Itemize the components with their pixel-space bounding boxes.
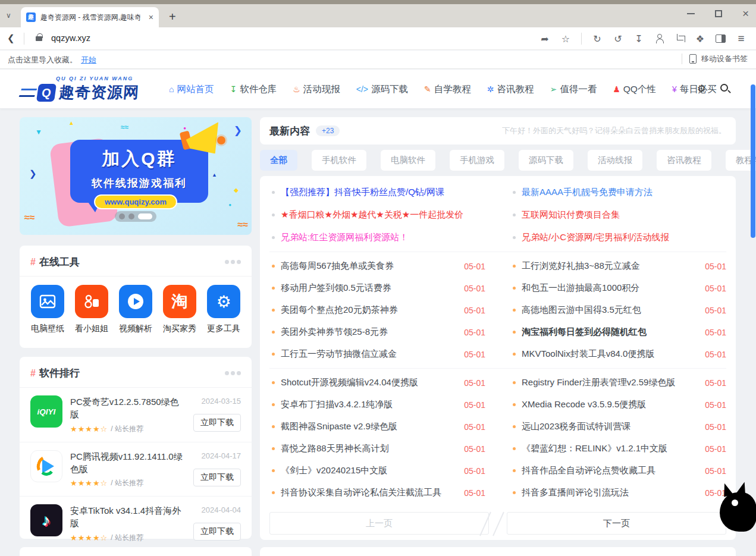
news-item[interactable]: 《碧蓝幻想：RELINK》v1.2.1中文版 05-01 bbox=[510, 438, 726, 460]
carousel-dots[interactable] bbox=[115, 211, 156, 222]
news-item[interactable]: 抖音作品全自动评论点赞收藏工具 05-01 bbox=[510, 460, 726, 482]
download-now-button[interactable]: 立即下载 bbox=[193, 469, 241, 486]
news-title[interactable]: 抖音多直播间评论引流玩法 bbox=[522, 487, 698, 498]
tool-girls[interactable]: 看小姐姐 bbox=[73, 285, 110, 334]
news-item[interactable]: Registry Finder注册表管理v2.59绿色版 05-01 bbox=[510, 372, 726, 394]
news-item[interactable]: 喜悦之路88天男神长高计划 05-01 bbox=[269, 438, 485, 460]
news-item[interactable]: 远山2023税务面试特训营课 05-01 bbox=[510, 416, 726, 438]
mobile-bookmarks-button[interactable]: 移动设备书签 bbox=[701, 54, 748, 64]
news-item[interactable]: 美团外卖神券节领25-8元券 05-01 bbox=[269, 321, 485, 343]
news-title[interactable]: 高德地图云游中国得3.5元红包 bbox=[522, 304, 698, 316]
browser-tab[interactable]: 趣 趣奇资源网 - 残雪资源网,趣味奇 × bbox=[21, 7, 159, 27]
news-item[interactable]: 淘宝福利每日签到必得随机红包 05-01 bbox=[510, 321, 726, 343]
news-item[interactable]: 《剑士》v20240215中文版 05-01 bbox=[269, 460, 485, 482]
next-page-button[interactable]: 下一页 bbox=[507, 512, 726, 535]
news-item[interactable]: Shotcut开源视频编辑v24.04便携版 05-01 bbox=[269, 372, 485, 394]
nav-item[interactable]: ¥ 每日必买 bbox=[672, 83, 717, 96]
software-title[interactable]: 安卓TikTok v34.1.4抖音海外版 bbox=[70, 504, 187, 530]
carousel-dot[interactable] bbox=[119, 213, 125, 219]
close-window-button[interactable]: × bbox=[742, 10, 749, 17]
content-tab[interactable]: 咨讯教程 bbox=[657, 150, 711, 171]
extensions-icon[interactable]: ❖ bbox=[695, 33, 705, 45]
news-item[interactable]: 截图神器Snipaste v2.9绿色版 05-01 bbox=[269, 416, 485, 438]
promo-banner[interactable]: ▼ ▲ ≈≈ ● ▲ ≈≈ ≈≈ ● ◆ 加入Q群 软件线报游戏福利 www.q… bbox=[20, 117, 252, 235]
carousel-dot-active[interactable] bbox=[138, 213, 152, 219]
pinned-link[interactable]: 【强烈推荐】抖音快手粉丝点赞/Q钻/网课 bbox=[269, 181, 485, 203]
news-title[interactable]: 安卓布丁扫描v3.4.2.1纯净版 bbox=[281, 399, 457, 410]
history-icon[interactable]: ↺ bbox=[613, 33, 623, 45]
content-tab[interactable]: 源码下载 bbox=[519, 150, 573, 171]
content-tab[interactable]: 活动线报 bbox=[588, 150, 642, 171]
nav-item[interactable]: ♨ 活动现报 bbox=[293, 83, 340, 96]
news-title[interactable]: 美团每个整点抢20元奶茶神券 bbox=[281, 304, 457, 316]
news-title[interactable]: 和包五一出游抽最高1000积分 bbox=[522, 282, 698, 294]
scrollbar-thumb[interactable] bbox=[751, 84, 755, 238]
news-title[interactable]: 截图神器Snipaste v2.9绿色版 bbox=[281, 421, 457, 432]
nav-item[interactable]: ↧ 软件仓库 bbox=[230, 83, 277, 96]
menu-icon[interactable]: ≡ bbox=[736, 32, 746, 45]
news-item[interactable]: 工行五一劳动节抽微信立减金 05-01 bbox=[269, 343, 485, 365]
news-title[interactable]: 抖音作品全自动评论点赞收藏工具 bbox=[522, 465, 698, 476]
site-logo[interactable]: QU QI ZI YUAN WANG Q 趣奇资源网 bbox=[20, 76, 145, 103]
news-item[interactable]: 高德每周567抽免单或美食券 05-01 bbox=[269, 255, 485, 277]
news-title[interactable]: 《剑士》v20240215中文版 bbox=[281, 465, 457, 476]
carousel-dot[interactable] bbox=[128, 213, 134, 219]
more-dots-icon[interactable] bbox=[225, 371, 241, 375]
news-title[interactable]: Registry Finder注册表管理v2.59绿色版 bbox=[522, 377, 698, 388]
software-title[interactable]: PC爱奇艺v12.2.5.7850绿色版 bbox=[70, 395, 187, 421]
back-button[interactable]: ❮ bbox=[7, 33, 15, 43]
content-tab[interactable]: 手机软件 bbox=[312, 150, 366, 171]
news-title[interactable]: Shotcut开源视频编辑v24.04便携版 bbox=[281, 377, 457, 388]
content-tab[interactable]: 手机游戏 bbox=[450, 150, 504, 171]
pinned-link-text[interactable]: ★香烟口粮★外烟★越代★关税★一件起批发价 bbox=[281, 209, 463, 221]
news-title[interactable]: 抖音协议采集自动评论私信关注截流工具 bbox=[281, 487, 457, 498]
news-title[interactable]: MKVToolNix封装工具v84.0便携版 bbox=[522, 348, 698, 360]
nav-item[interactable]: ➢ 值得一看 bbox=[550, 83, 597, 96]
news-item[interactable]: 工行浏览好礼抽3~88元立减金 05-01 bbox=[510, 255, 726, 277]
prev-page-button[interactable]: 上一页 bbox=[269, 512, 489, 535]
pinned-link-text[interactable]: 兄弟站:红尘资源网福利资源站！ bbox=[281, 232, 408, 243]
news-item[interactable]: 抖音协议采集自动评论私信关注截流工具 05-01 bbox=[269, 482, 485, 504]
pinned-link[interactable]: 兄弟站/小C资源网/宅男福利/活动线报 bbox=[510, 226, 726, 249]
tab-close-icon[interactable]: × bbox=[149, 12, 153, 22]
pinned-link-text[interactable]: 最新AAAA手机靓号免费申请方法 bbox=[522, 187, 653, 198]
carousel-next-icon[interactable]: ❯ bbox=[234, 124, 242, 137]
news-item[interactable]: 高德地图云游中国得3.5元红包 05-01 bbox=[510, 299, 726, 321]
software-title[interactable]: PC腾讯视频v11.92.1411.0绿色版 bbox=[70, 450, 187, 476]
carousel-arrow-icon[interactable]: ❯ bbox=[29, 168, 37, 179]
pinned-link[interactable]: 互联网知识付费项目合集 bbox=[510, 203, 726, 226]
screenshot-crop-icon[interactable] bbox=[675, 34, 685, 43]
pinned-link-text[interactable]: 【强烈推荐】抖音快手粉丝点赞/Q钻/网课 bbox=[281, 187, 444, 198]
tool-video-parse[interactable]: 视频解析 bbox=[117, 285, 154, 334]
download-now-button[interactable]: 立即下载 bbox=[193, 523, 241, 541]
pinned-link[interactable]: ★香烟口粮★外烟★越代★关税★一件起批发价 bbox=[269, 203, 485, 226]
cat-mascot-widget[interactable] bbox=[717, 484, 756, 534]
download-now-button[interactable]: 立即下载 bbox=[193, 414, 241, 432]
news-title[interactable]: XMedia Recode v3.5.9.5便携版 bbox=[522, 399, 698, 410]
pinned-link[interactable]: 最新AAAA手机靓号免费申请方法 bbox=[510, 181, 726, 203]
news-title[interactable]: 美团外卖神券节领25-8元券 bbox=[281, 326, 457, 338]
sidebar-panel-icon[interactable] bbox=[716, 34, 726, 43]
news-title[interactable]: 高德每周567抽免单或美食券 bbox=[281, 260, 457, 272]
address-bar[interactable]: qqzyw.xyz bbox=[51, 33, 90, 43]
news-item[interactable]: 抖音多直播间评论引流玩法 05-01 bbox=[510, 482, 726, 504]
settings-gear-icon[interactable]: ⚙ bbox=[697, 83, 706, 95]
nav-item[interactable]: ✲ 咨讯教程 bbox=[487, 83, 534, 96]
more-dots-icon[interactable] bbox=[225, 260, 241, 264]
news-item[interactable]: 安卓布丁扫描v3.4.2.1纯净版 05-01 bbox=[269, 394, 485, 416]
tool-taobao-show[interactable]: 淘 淘买家秀 bbox=[161, 285, 198, 334]
bookmark-start-link[interactable]: 开始 bbox=[81, 55, 96, 64]
news-title[interactable]: 淘宝福利每日签到必得随机红包 bbox=[522, 326, 698, 338]
tool-more[interactable]: ⚙ 更多工具 bbox=[205, 285, 242, 334]
news-title[interactable]: 喜悦之路88天男神长高计划 bbox=[281, 443, 457, 454]
nav-item[interactable]: ✎ 自学教程 bbox=[424, 83, 471, 96]
news-item[interactable]: MKVToolNix封装工具v84.0便携版 05-01 bbox=[510, 343, 726, 365]
news-title[interactable]: 《碧蓝幻想：RELINK》v1.2.1中文版 bbox=[522, 443, 698, 454]
tab-search-chevron-icon[interactable]: ∨ bbox=[6, 11, 11, 20]
content-tab[interactable]: 全部 bbox=[260, 150, 297, 171]
nav-item[interactable]: ⌂ 网站首页 bbox=[169, 83, 214, 96]
nav-item[interactable]: </> 源码下载 bbox=[356, 83, 408, 96]
pinned-link-text[interactable]: 互联网知识付费项目合集 bbox=[522, 209, 620, 221]
reload-icon[interactable]: ↻ bbox=[592, 33, 603, 45]
share-icon[interactable]: ➦ bbox=[539, 33, 550, 45]
